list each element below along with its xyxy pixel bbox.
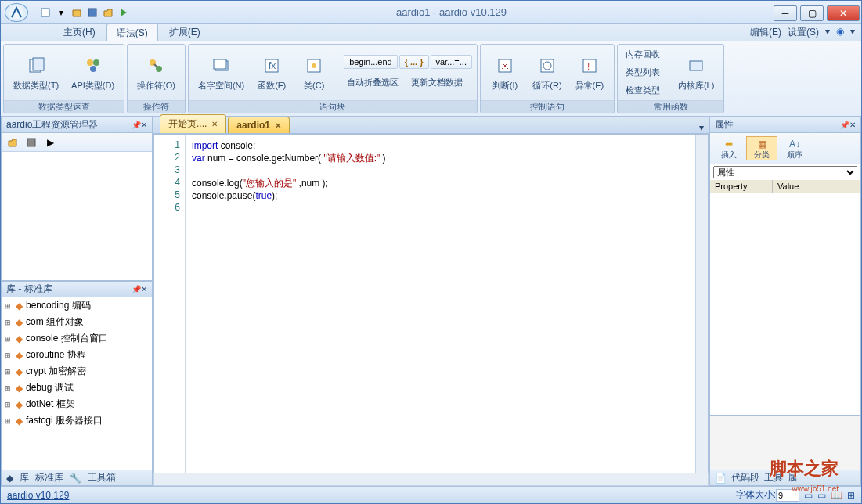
btn-beginend[interactable]: begin...end [344,55,397,69]
svg-text:fx: fx [269,60,276,71]
qat-folder-icon[interactable] [101,5,115,20]
apitype-icon [84,56,103,75]
qat-run-icon[interactable] [117,5,131,20]
tab-extend[interactable]: 扩展(E) [160,23,210,42]
tabs-dropdown-icon[interactable]: ▾ [694,122,709,133]
project-tree[interactable] [2,152,152,280]
btn-gc[interactable]: 内存回收 [622,47,663,62]
btn-apitype[interactable]: API类型(D) [67,50,119,95]
rb-tab-code[interactable]: 代码段 [731,471,759,484]
pin-icon[interactable]: 📌 [132,285,141,293]
statusbar: aardio v10.129 字体大小: ▭ ▭ 📖 ⊞ [1,486,861,503]
btn-checktype[interactable]: 检查类型 [622,83,663,98]
qat-open-icon[interactable] [70,5,84,20]
maximize-button[interactable]: ▢ [800,5,824,21]
btn-if[interactable]: 判断(I) [485,50,525,95]
kernel-icon [687,56,705,75]
status-version-link[interactable]: aardio v10.129 [7,490,69,501]
tree-item[interactable]: ⊞◆bencoding 编码 [2,297,152,314]
rb-tab-prop[interactable]: 属 [788,471,797,484]
close-icon[interactable]: ✕ [141,121,147,129]
ribbon: 数据类型(T) API类型(D) 数据类型速查 操作符(O) 操作符 [1,41,861,117]
btn-function[interactable]: fx 函数(F) [252,50,291,95]
rb-tab-tool[interactable]: 工具 [764,471,783,484]
tree-item[interactable]: ⊞◆coroutine 协程 [2,347,152,363]
btn-datatype[interactable]: 数据类型(T) [9,50,63,95]
btn-kernel[interactable]: 内核库(L) [673,50,719,95]
ribbon-group-label: 数据类型速查 [4,100,124,113]
svg-point-4 [87,59,93,66]
btn-typelist[interactable]: 类型列表 [622,65,663,80]
props-combo[interactable]: 属性 [713,166,857,178]
props-insert-button[interactable]: ⬅ 插入 [713,136,745,160]
tree-item[interactable]: ⊞◆fastcgi 服务器接口 [2,412,152,429]
ribbon-group-commonfn: 内存回收 类型列表 检查类型 内核库(L) 常用函数 [617,44,724,113]
btn-loop[interactable]: 循环(R) [528,50,567,95]
btn-var[interactable]: var...=... [431,55,472,69]
titlebar: ▾ aardio1 - aardio v10.129 ─ ▢ ✕ [1,1,861,24]
tab-startpage[interactable]: 开始页.... ✕ [160,114,226,133]
code-content[interactable]: import console; var num = console.getNum… [186,135,695,473]
qat-dropdown-icon[interactable]: ▾ [54,5,68,20]
tree-item[interactable]: ⊞◆crypt 加密解密 [2,363,152,380]
pin-icon[interactable]: 📌 [132,121,141,129]
props-col-value[interactable]: Value [773,180,860,193]
horizontal-scrollbar[interactable] [153,473,709,486]
status-fontsize-input[interactable] [776,489,799,502]
lib-tab-lib-icon[interactable]: ◆ [6,473,13,484]
line-gutter: 123456 [154,135,186,473]
app-menu-button[interactable] [1,1,32,24]
qat-save-icon[interactable] [85,5,99,20]
app-icon [10,6,23,19]
code-editor[interactable]: 123456 import console; var num = console… [153,134,709,473]
play-icon[interactable]: ▶ [42,135,58,150]
menu-edit[interactable]: 编辑(E) [750,26,781,39]
menu-settings[interactable]: 设置(S) [788,26,819,39]
operator-icon [146,56,165,75]
close-icon[interactable]: ✕ [141,285,147,293]
close-button[interactable]: ✕ [827,5,860,21]
tab-home[interactable]: 主页(H) [54,23,105,42]
btn-autofold[interactable]: 自动折叠选区 [344,75,402,90]
tab-syntax[interactable]: 语法(S) [106,23,158,42]
if-icon [496,56,514,75]
help-icon[interactable]: ◉ [836,26,844,39]
pin-icon[interactable]: 📌 [840,121,849,129]
lib-tab-toolbox-icon[interactable]: 🔧 [70,473,81,484]
sb-icon-1[interactable]: ▭ [804,490,813,501]
btn-exception[interactable]: ! 异常(E) [570,50,609,95]
props-grid[interactable] [710,193,860,415]
rb-tab-code-icon[interactable]: 📄 [715,473,727,484]
new-folder-icon[interactable] [5,135,20,150]
tab-aardio1[interactable]: aardio1 ✕ [228,117,290,133]
tab-close-icon[interactable]: ✕ [211,120,218,128]
tree-item[interactable]: ⊞◆dotNet 框架 [2,396,152,412]
props-preview [710,415,860,470]
lib-tab-stdlib[interactable]: 标准库 [35,471,63,484]
tab-close-icon[interactable]: ✕ [275,121,281,130]
btn-operator[interactable]: 操作符(O) [132,50,180,95]
sb-icon-4[interactable]: ⊞ [847,490,855,501]
props-order-button[interactable]: A↓ 顺序 [779,136,810,160]
sb-icon-2[interactable]: ▭ [817,490,826,501]
sb-icon-3[interactable]: 📖 [831,490,842,501]
btn-class[interactable]: 类(C) [294,50,334,95]
vertical-scrollbar[interactable] [695,135,708,473]
props-col-property[interactable]: Property [710,180,773,193]
tree-item[interactable]: ⊞◆console 控制台窗口 [2,330,152,347]
tree-item[interactable]: ⊞◆debug 调试 [2,380,152,396]
lib-tab-lib[interactable]: 库 [20,471,29,484]
lib-tab-toolbox[interactable]: 工具箱 [88,471,116,484]
btn-namespace[interactable]: 名字空间(N) [193,50,249,95]
props-grid-header: Property Value [710,180,860,193]
arrow-left-icon: ⬅ [725,139,733,149]
props-category-button[interactable]: ▦ 分类 [746,136,777,160]
library-panel: 库 - 标准库 📌 ✕ ⊞◆bencoding 编码⊞◆com 组件对象⊞◆co… [1,281,153,486]
close-icon[interactable]: ✕ [849,121,856,129]
btn-updatedoc[interactable]: 更新文档数据 [408,75,466,90]
qat-new-icon[interactable] [38,5,52,20]
minimize-button[interactable]: ─ [774,5,797,21]
save-icon[interactable] [23,135,39,150]
btn-braces[interactable]: { ... } [399,55,429,69]
tree-item[interactable]: ⊞◆com 组件对象 [2,314,152,330]
